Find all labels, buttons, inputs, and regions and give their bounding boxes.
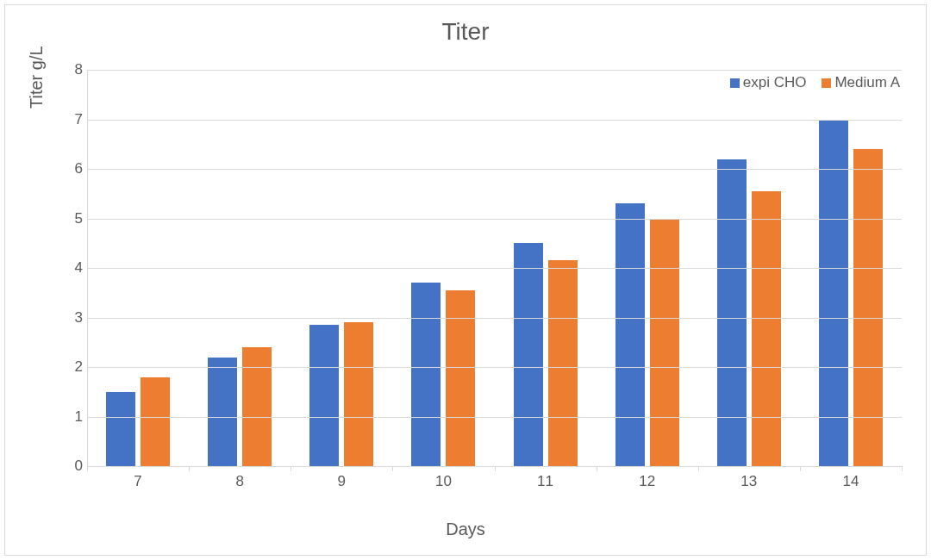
y-tick-label: 8 <box>53 61 83 78</box>
x-tick-mark <box>189 466 190 471</box>
legend-swatch-icon <box>822 78 831 88</box>
gridline <box>87 367 902 368</box>
legend-item-1: Medium A <box>822 74 900 91</box>
y-tick-label: 2 <box>53 358 83 376</box>
x-tick-mark <box>392 466 393 471</box>
bar <box>208 358 237 467</box>
bar <box>819 120 848 467</box>
bar <box>344 322 373 466</box>
bar <box>514 243 543 466</box>
gridline <box>87 268 902 269</box>
y-tick-label: 6 <box>53 160 83 177</box>
legend-label: Medium A <box>834 74 900 91</box>
x-tick-label: 9 <box>338 473 346 490</box>
bar <box>446 290 475 466</box>
legend-label: expi CHO <box>743 74 807 91</box>
bar <box>615 203 645 466</box>
x-tick-mark <box>291 466 291 471</box>
bar <box>242 347 272 466</box>
y-axis-label: Titer g/L <box>27 46 47 109</box>
bar <box>411 283 441 466</box>
bar <box>309 325 339 466</box>
x-tick-label: 14 <box>842 473 859 490</box>
y-tick-label: 5 <box>53 210 83 227</box>
chart-title: Titer <box>5 18 926 46</box>
legend-swatch-icon <box>730 78 740 88</box>
gridline <box>87 120 902 121</box>
x-tick-label: 12 <box>639 473 655 490</box>
x-tick-mark <box>597 466 597 471</box>
gridline <box>87 70 902 71</box>
y-tick-label: 1 <box>53 408 83 426</box>
x-tick-label: 10 <box>435 473 452 490</box>
x-tick-label: 11 <box>537 473 553 490</box>
x-axis: 7891011121314 <box>87 473 902 499</box>
x-tick-mark <box>495 466 496 471</box>
plot-area <box>87 70 902 466</box>
bar <box>548 260 578 466</box>
x-tick-label: 7 <box>134 473 141 490</box>
x-tick-mark <box>698 466 699 471</box>
y-tick-label: 7 <box>53 111 83 128</box>
chart-container: Titer Titer g/L 012345678 7891011121314 … <box>4 4 927 556</box>
legend-item-0: expi CHO <box>730 74 807 91</box>
gridline <box>87 219 902 220</box>
x-tick-label: 13 <box>740 473 757 490</box>
bar <box>752 191 781 466</box>
y-tick-label: 0 <box>53 457 83 475</box>
bar <box>717 159 747 467</box>
bar <box>650 219 679 467</box>
gridline <box>87 169 902 170</box>
bar <box>853 149 883 466</box>
gridline <box>87 318 902 319</box>
x-axis-label: Days <box>5 520 926 539</box>
y-tick-label: 3 <box>53 309 83 327</box>
bar <box>141 377 170 467</box>
y-axis: 012345678 <box>53 70 83 466</box>
bar <box>106 392 135 466</box>
x-tick-mark <box>800 466 801 471</box>
x-tick-mark <box>87 466 88 471</box>
legend: expi CHO Medium A <box>730 74 900 91</box>
x-tick-mark <box>902 466 903 471</box>
y-tick-label: 4 <box>53 259 83 277</box>
gridline <box>87 417 902 418</box>
x-tick-label: 8 <box>235 473 243 490</box>
